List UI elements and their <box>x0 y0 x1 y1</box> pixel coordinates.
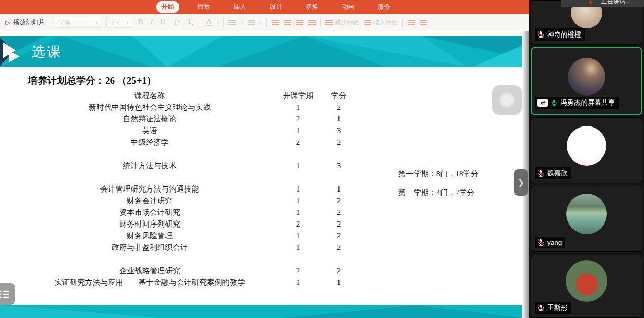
slide-list-button[interactable] <box>0 283 15 305</box>
course-semester: 1 <box>272 102 325 113</box>
ribbon-tab[interactable]: 插入 <box>228 1 251 13</box>
chevron-down-icon: ▾ <box>126 20 128 25</box>
course-name: 企业战略管理研究 <box>28 265 272 277</box>
speaking-indicator-bar: 正在讲话... <box>561 0 644 7</box>
course-credits: 1 <box>325 113 353 125</box>
course-credits: 2 <box>325 218 353 230</box>
bold-button[interactable]: B <box>137 18 145 26</box>
app-window: 开始播放插入设计切换动画服务 ▷ 播放幻灯片 字体 ▾ 字号 ▾ B I U T… <box>0 0 644 318</box>
align-center-icon[interactable] <box>284 20 291 25</box>
font-size-select[interactable]: 字号 ▾ <box>106 17 132 28</box>
wps-ribbon: 开始播放插入设计切换动画服务 <box>0 0 529 14</box>
floating-assistant-button[interactable] <box>492 85 522 115</box>
total-credits-line: 培养计划总学分：26 （25+1） <box>28 74 156 87</box>
ribbon-tab[interactable]: 播放 <box>192 1 215 13</box>
header-course-name: 课程名称 <box>28 90 272 102</box>
ribbon-tab[interactable]: 服务 <box>372 1 395 13</box>
collapse-sidebar-button[interactable]: ❯ <box>514 169 528 196</box>
increase-spacing-icon <box>364 20 371 25</box>
toolbar-divider <box>266 18 267 27</box>
muted-mic-icon <box>537 30 545 39</box>
decrease-indent-icon[interactable] <box>408 20 415 25</box>
play-icon: ▷ <box>5 19 10 26</box>
participant-name: 神奇的橙橙 <box>547 30 582 39</box>
course-row: 财务会计研究12 <box>28 195 398 207</box>
course-name: 会计管理研究方法与沟通技能 <box>28 183 272 195</box>
list-icon <box>0 289 10 299</box>
course-credits: 3 <box>325 125 353 137</box>
avatar <box>566 260 607 302</box>
toolbar-divider <box>320 18 321 27</box>
ribbon-tab[interactable]: 切换 <box>300 1 323 13</box>
course-table-body: 新时代中国特色社会主义理论与实践12自然辩证法概论21英语13中级经济学22统计… <box>28 102 398 289</box>
participant-label: 王斯彤 <box>535 302 571 314</box>
participant-label: 神奇的橙橙 <box>535 28 585 41</box>
align-justify-icon[interactable] <box>308 20 316 25</box>
course-credits: 1 <box>325 277 353 289</box>
course-semester: 1 <box>272 195 325 207</box>
font-family-select[interactable]: 字体 ▾ <box>55 17 101 28</box>
shared-screen: 开始播放插入设计切换动画服务 ▷ 播放幻灯片 字体 ▾ 字号 ▾ B I U T… <box>0 0 529 318</box>
course-name: 中级经济学 <box>28 137 272 148</box>
assistant-circle-icon <box>499 92 515 108</box>
chevron-down-icon[interactable]: ▾ <box>260 20 262 25</box>
underline-button[interactable]: U <box>159 18 167 26</box>
topbar-divider <box>597 0 597 5</box>
speaking-indicator-text: 正在讲话... <box>601 0 630 6</box>
participant-name: yang <box>547 239 562 246</box>
font-color-button[interactable]: A <box>205 18 213 26</box>
course-semester: 2 <box>272 137 325 148</box>
chevron-down-icon[interactable]: ▾ <box>241 20 243 25</box>
participant-tile[interactable]: 魏嘉欣 <box>531 117 642 183</box>
course-group: 新时代中国特色社会主义理论与实践12自然辩证法概论21英语13中级经济学22 <box>28 102 398 148</box>
course-credits: 3 <box>325 160 353 172</box>
muted-mic-icon <box>537 169 545 177</box>
ribbon-tab[interactable]: 设计 <box>264 1 287 13</box>
course-row: 自然辩证法概论21 <box>28 113 398 125</box>
increase-indent-icon[interactable] <box>420 20 427 25</box>
ribbon-tab[interactable]: 开始 <box>156 1 179 13</box>
italic-button[interactable]: I <box>149 18 155 26</box>
participant-tile[interactable]: 王斯彤 <box>531 255 642 318</box>
participant-name: 冯勇杰的屏幕共享 <box>560 98 615 107</box>
course-semester: 1 <box>272 277 325 289</box>
participant-name: 王斯彤 <box>547 303 568 312</box>
course-semester: 2 <box>272 265 325 277</box>
teal-polygon-banner <box>0 36 522 67</box>
course-row: 会计管理研究方法与沟通技能11 <box>28 183 398 195</box>
font-family-value: 字体 <box>58 18 71 27</box>
course-name: 统计方法与技术 <box>28 160 272 172</box>
course-semester: 1 <box>272 230 325 242</box>
chevron-down-icon[interactable]: ▾ <box>217 20 219 25</box>
slide-canvas[interactable]: 选课 培养计划总学分：26 （25+1） 课程名称 开课学期 学分 新时代中国特… <box>0 31 522 318</box>
participant-tile[interactable]: yang <box>531 186 642 252</box>
numbered-list-icon[interactable] <box>248 20 255 25</box>
chevron-down-icon: ▾ <box>95 20 97 25</box>
header-credits: 学分 <box>325 90 353 102</box>
course-credits: 2 <box>325 265 353 277</box>
toolbar-divider <box>50 18 50 27</box>
play-slideshow-button[interactable]: ▷ 播放幻灯片 <box>5 18 45 27</box>
muted-mic-icon <box>587 0 593 6</box>
increase-spacing-label: 增大行距 <box>374 18 398 27</box>
increase-font-button[interactable]: T▴ <box>172 18 182 27</box>
ribbon-tab[interactable]: 动画 <box>336 1 359 13</box>
course-credits: 2 <box>325 207 353 218</box>
course-name: 财务会计研究 <box>28 195 272 207</box>
toolbar-divider <box>402 18 403 27</box>
toolbar-divider <box>200 18 200 27</box>
font-size-value: 字号 <box>110 18 122 27</box>
align-right-icon[interactable] <box>296 20 303 25</box>
course-row: 实证研究方法与应用——基于金融与会计研究案例的教学11 <box>28 277 398 289</box>
participant-tile[interactable]: 神奇的橙橙 <box>531 0 642 45</box>
course-name: 财务风险管理 <box>28 230 272 242</box>
decrease-line-spacing-button[interactable]: 减少行距 <box>325 18 359 27</box>
align-left-icon[interactable] <box>272 20 279 25</box>
muted-mic-icon <box>537 304 545 312</box>
course-semester: 1 <box>272 242 325 253</box>
increase-line-spacing-button[interactable]: 增大行距 <box>364 18 398 27</box>
bullet-list-icon[interactable] <box>228 20 236 25</box>
course-row: 统计方法与技术13 <box>28 160 398 172</box>
participant-tile[interactable]: 冯勇杰的屏幕共享 <box>531 47 642 115</box>
decrease-font-button[interactable]: T▾ <box>186 18 195 27</box>
